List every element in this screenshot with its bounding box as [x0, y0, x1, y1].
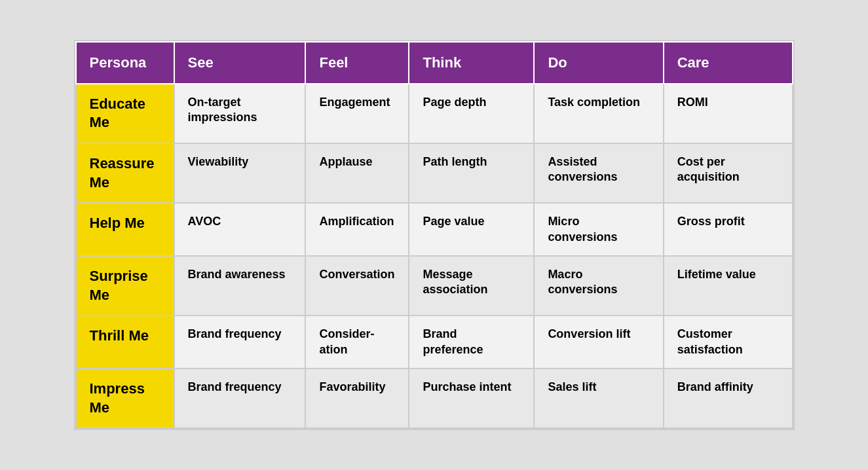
table-row: Thrill MeBrand frequencyConsider­ationBr…	[76, 316, 793, 369]
persona-table: Persona See Feel Think Do Care Educate M…	[75, 41, 793, 429]
cell-do: Macro conversions	[534, 256, 663, 316]
cell-see: On-target impressions	[174, 84, 306, 143]
cell-persona: Thrill Me	[76, 316, 174, 369]
cell-see: Brand frequency	[174, 369, 306, 428]
table-row: Reassure MeViewabilityApplausePath lengt…	[76, 143, 793, 203]
cell-think: Purchase intent	[409, 369, 534, 428]
cell-feel: Conversa­tion	[305, 256, 409, 316]
cell-care: ROMI	[664, 84, 793, 143]
cell-persona: Impress Me	[76, 369, 174, 428]
cell-see: Brand frequency	[174, 316, 306, 369]
cell-think: Message association	[409, 256, 534, 316]
cell-do: Task completion	[534, 84, 663, 143]
cell-care: Gross profit	[664, 203, 793, 256]
header-care: Care	[664, 42, 793, 84]
header-see: See	[174, 42, 306, 84]
table-body: Educate MeOn-target impressionsEngagemen…	[76, 84, 793, 428]
cell-feel: Applause	[305, 143, 409, 203]
cell-care: Cost per acquisition	[664, 143, 793, 203]
table-row: Impress MeBrand frequencyFavorabilityPur…	[76, 369, 793, 428]
header-do: Do	[534, 42, 663, 84]
cell-feel: Engagement	[305, 84, 409, 143]
cell-think: Brand preference	[409, 316, 534, 369]
cell-care: Brand affinity	[664, 369, 793, 428]
cell-persona: Educate Me	[76, 84, 174, 143]
cell-think: Page depth	[409, 84, 534, 143]
header-persona: Persona	[76, 42, 174, 84]
cell-persona: Surprise Me	[76, 256, 174, 316]
header-think: Think	[409, 42, 534, 84]
cell-see: Viewability	[174, 143, 306, 203]
header-row: Persona See Feel Think Do Care	[76, 42, 793, 84]
cell-care: Customer satisfaction	[664, 316, 793, 369]
table-row: Help MeAVOCAmplifica­tionPage valueMicro…	[76, 203, 793, 256]
table-row: Surprise MeBrand awarenessConversa­tionM…	[76, 256, 793, 316]
cell-persona: Reassure Me	[76, 143, 174, 203]
header-feel: Feel	[305, 42, 409, 84]
cell-feel: Favorability	[305, 369, 409, 428]
cell-do: Sales lift	[534, 369, 663, 428]
table-row: Educate MeOn-target impressionsEngagemen…	[76, 84, 793, 143]
main-table-wrapper: Persona See Feel Think Do Care Educate M…	[74, 40, 795, 430]
cell-care: Lifetime value	[664, 256, 793, 316]
cell-think: Path length	[409, 143, 534, 203]
cell-persona: Help Me	[76, 203, 174, 256]
cell-do: Assisted conversions	[534, 143, 663, 203]
cell-do: Micro conversions	[534, 203, 663, 256]
cell-feel: Consider­ation	[305, 316, 409, 369]
cell-see: AVOC	[174, 203, 306, 256]
cell-feel: Amplifica­tion	[305, 203, 409, 256]
cell-see: Brand awareness	[174, 256, 306, 316]
cell-do: Conversion lift	[534, 316, 663, 369]
cell-think: Page value	[409, 203, 534, 256]
